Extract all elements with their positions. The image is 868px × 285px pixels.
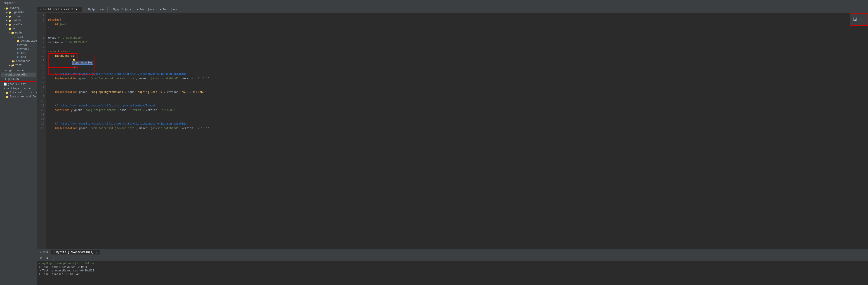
folder-icon: 📁 bbox=[11, 31, 14, 34]
sidebar-item-label: test bbox=[15, 64, 22, 67]
sidebar-item-label: build bbox=[12, 19, 21, 22]
gradle-icon: ⚙ bbox=[5, 73, 6, 76]
arrow-icon: ▶ bbox=[4, 96, 5, 98]
code-line-24 bbox=[48, 117, 868, 122]
sidebar-item-label: resources bbox=[16, 60, 31, 63]
stop-button[interactable]: ■ bbox=[45, 256, 49, 260]
bottom-tabs: ▶ Run ✓ myhttp [:MyApp2.main()] ✕ bbox=[37, 249, 868, 255]
code-line-9: repositories { bbox=[48, 49, 868, 54]
tab-post-java[interactable]: ● Post.java bbox=[134, 7, 157, 12]
java-icon: ☕ bbox=[110, 8, 112, 11]
sidebar-item-label: MyApp bbox=[20, 43, 28, 46]
sidebar-item-gradle-wrapper[interactable]: ▶ 📁 gradle bbox=[0, 23, 37, 27]
sidebar-item-post[interactable]: C Post bbox=[0, 51, 37, 55]
sidebar-item-label: main bbox=[15, 31, 22, 34]
sidebar-item-com[interactable]: ▾ 📁 com.metacoding.m bbox=[0, 39, 37, 43]
sidebar-item-src[interactable]: ▾ 📁 src bbox=[0, 27, 37, 31]
project-label[interactable]: Project ▾ bbox=[2, 1, 16, 5]
project-text: Project bbox=[2, 2, 13, 5]
sidebar-item-gradle[interactable]: ▶ 📁 .gradle bbox=[0, 10, 37, 14]
arrow-icon: ▶ bbox=[6, 15, 7, 18]
arrow-icon: ▶ bbox=[4, 92, 5, 94]
sidebar-item-myapp2[interactable]: C MyApp2 bbox=[0, 47, 37, 51]
sidebar-item-label: .gradle bbox=[12, 11, 24, 14]
edit-icon: ✏ bbox=[40, 8, 41, 11]
code-line-13 bbox=[48, 67, 868, 72]
sidebar-item-todo[interactable]: C Todo bbox=[0, 55, 37, 59]
sidebar-item-label: gradle bbox=[12, 23, 22, 26]
sidebar-item-myhttp[interactable]: ▾ 📁 myhttp bbox=[0, 6, 37, 10]
close-popup-icon[interactable]: ✕ bbox=[860, 17, 862, 22]
close-icon[interactable]: ✕ bbox=[96, 251, 97, 254]
sidebar-item-gitignore[interactable]: ⊘ .gitignore bbox=[1, 68, 36, 72]
sidebar-item-label: settings.gradle bbox=[6, 87, 31, 90]
tab-build-gradle[interactable]: ✏ build.gradle (myhttp) ✕ bbox=[37, 7, 83, 12]
arrow-icon: ▶ bbox=[9, 64, 10, 67]
run-line-2: > Task :compileJava UP-TO-DATE bbox=[39, 265, 866, 269]
run-line-3: > Task :processResources NO-SOURCE bbox=[39, 269, 866, 272]
code-line-11: 💡 bbox=[48, 58, 868, 63]
sidebar-item-main[interactable]: ▾ 📁 main bbox=[0, 31, 37, 35]
sidebar-item-label: build.gradle bbox=[7, 73, 27, 76]
code-line-21: // https://mvnrepository.com/artifact/or… bbox=[48, 103, 868, 108]
tab-todo-java[interactable]: ● Todo.java bbox=[157, 7, 180, 12]
tab-myapp2-java[interactable]: ☕ MyApp2.java bbox=[107, 7, 134, 12]
line-numbers: 1 2 3 4 5 6 7 8 9 10 11 12 13 14 15 16 1 bbox=[37, 13, 46, 249]
bottom-tab-run[interactable]: ▶ Run bbox=[37, 250, 51, 254]
settings-button[interactable]: ⋮ bbox=[51, 256, 56, 260]
sidebar-item-label: gradlew.bat bbox=[8, 83, 26, 86]
run-text: Task :classes UP-TO-DATE bbox=[42, 273, 81, 276]
code-line-4: } bbox=[48, 27, 868, 31]
restart-button[interactable]: ↺ bbox=[39, 256, 43, 260]
code-line-22: compileOnly group: 'org.projectlombok', … bbox=[48, 108, 868, 113]
sidebar-item-idea[interactable]: ▶ 📁 .idea bbox=[0, 14, 37, 19]
code-line-2: plugins { bbox=[48, 18, 868, 22]
code-line-19 bbox=[48, 94, 868, 99]
tab-label: MyApp2.java bbox=[113, 8, 131, 11]
folder-icon: 📁 bbox=[11, 64, 14, 67]
arrow-icon: ▾ bbox=[6, 28, 7, 30]
code-line-1 bbox=[48, 13, 868, 18]
class-icon: C bbox=[17, 56, 19, 59]
sidebar-item-myapp[interactable]: C MyApp bbox=[0, 43, 37, 47]
sidebar: ▾ 📁 myhttp ▶ 📁 .gradle ▶ 📁 .idea ▶ 📁 bui… bbox=[0, 6, 37, 285]
code-line-25: // https://mvnrepository.com/artifact/co… bbox=[48, 122, 868, 126]
folder-icon: 📁 bbox=[6, 7, 9, 10]
dot-icon: ● bbox=[136, 8, 138, 11]
sidebar-item-java[interactable]: ▾ ☕ java bbox=[0, 35, 37, 39]
sidebar-item-build-gradle[interactable]: ⚙ build.gradle bbox=[1, 72, 36, 77]
folder-icon: 📁 bbox=[8, 23, 11, 26]
code-line-6: group = 'org.example' bbox=[48, 36, 868, 40]
sidebar-item-resources[interactable]: 📁 resources bbox=[0, 59, 37, 63]
code-line-7: version = '1.0-SNAPSHOT' bbox=[48, 40, 868, 45]
code-line-12: dependencies { bbox=[48, 63, 868, 67]
sidebar-item-settings-gradle[interactable]: ⚙ settings.gradle bbox=[0, 86, 37, 91]
sidebar-item-scratches[interactable]: ▶ 📁 Scratches and Consoles bbox=[0, 95, 37, 99]
arrow-icon: > bbox=[39, 273, 41, 276]
bottom-tab-label: Run bbox=[43, 251, 48, 254]
bottom-tab-myhttp[interactable]: ✓ myhttp [:MyApp2.main()] ✕ bbox=[51, 250, 100, 254]
sidebar-item-gradlew-bat[interactable]: 📄 gradlew.bat bbox=[0, 82, 37, 86]
popup-panel: 🖼 ✕ bbox=[850, 13, 868, 26]
arrow-icon: ▶ bbox=[6, 11, 7, 14]
sidebar-item-label: gradlew bbox=[7, 77, 19, 81]
red-border-section: ⊘ .gitignore ⚙ build.gradle ⚙ gradlew bbox=[1, 68, 36, 82]
tabs-bar: ✏ build.gradle (myhttp) ✕ ☕ MyApp.java ☕… bbox=[37, 6, 868, 13]
image-icon[interactable]: 🖼 bbox=[853, 17, 857, 22]
sidebar-item-test[interactable]: ▶ 📁 test bbox=[0, 63, 37, 67]
tab-myapp-java[interactable]: ☕ MyApp.java bbox=[83, 7, 107, 12]
tab-label: Post.java bbox=[140, 8, 154, 11]
code-line-26: implementation group: 'com.fasterxml.jac… bbox=[48, 126, 868, 131]
sidebar-item-external-libs[interactable]: ▶ 📁 External Libraries bbox=[0, 91, 37, 95]
code-editor[interactable]: 1 2 3 4 5 6 7 8 9 10 11 12 13 14 15 16 1 bbox=[37, 13, 868, 249]
code-line-20 bbox=[48, 99, 868, 103]
close-icon[interactable]: ✕ bbox=[79, 8, 80, 11]
dependencies-keyword: dependencies bbox=[72, 61, 93, 65]
sidebar-item-build[interactable]: ▶ 📁 build bbox=[0, 19, 37, 23]
run-text: Task :processResources NO-SOURCE bbox=[42, 269, 94, 272]
sidebar-item-gradlew[interactable]: ⚙ gradlew bbox=[1, 77, 36, 81]
folder-icon: 📁 bbox=[8, 15, 11, 18]
run-output: ✓ myhttp [:MyApp2.main()] : 741 ms > Tas… bbox=[37, 261, 868, 285]
folder-icon: 📁 bbox=[8, 11, 11, 14]
code-line-17 bbox=[48, 86, 868, 90]
